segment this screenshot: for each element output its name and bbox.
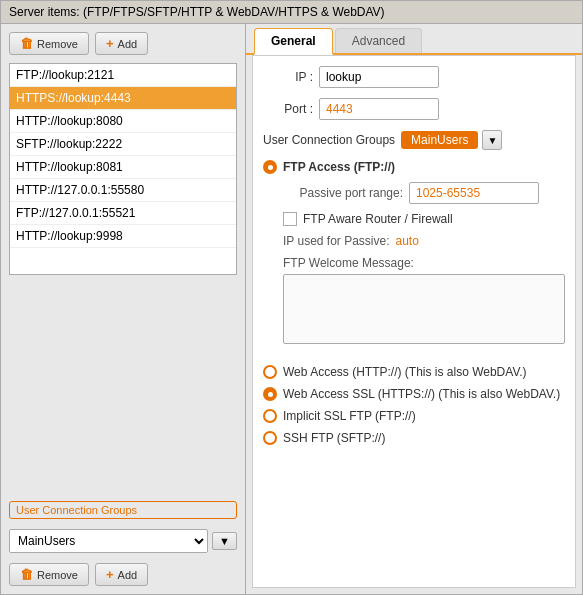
- dropdown-arrow-button[interactable]: ▼: [212, 532, 237, 550]
- web-access-ssl-radio[interactable]: [263, 387, 277, 401]
- ip-passive-value: auto: [396, 234, 419, 248]
- tab-content-general: IP : Port : User Connection Groups MainU…: [252, 55, 576, 588]
- ip-passive-label-text: IP used for Passive:: [283, 234, 390, 248]
- web-access-ssl-row: Web Access SSL (HTTPS://) (This is also …: [263, 387, 565, 401]
- port-row: Port :: [263, 98, 565, 120]
- tabs-bar: General Advanced: [246, 24, 582, 55]
- add-icon-top: +: [106, 36, 114, 51]
- ip-row: IP :: [263, 66, 565, 88]
- welcome-message-label: FTP Welcome Message:: [283, 256, 565, 270]
- tab-advanced[interactable]: Advanced: [335, 28, 422, 53]
- right-panel: General Advanced IP : Port :: [246, 24, 582, 594]
- ip-input[interactable]: [319, 66, 439, 88]
- add-button-top[interactable]: + Add: [95, 32, 148, 55]
- server-item[interactable]: HTTP://lookup:9998: [10, 225, 236, 248]
- server-item[interactable]: FTP://lookup:2121: [10, 64, 236, 87]
- passive-port-row: Passive port range:: [283, 182, 565, 204]
- ftp-aware-label: FTP Aware Router / Firewall: [303, 212, 453, 226]
- left-panel: 🗑 Remove + Add FTP://lookup:2121 HTTPS:/…: [1, 24, 246, 594]
- remove-icon-top: 🗑: [20, 36, 33, 51]
- user-groups-badge: User Connection Groups: [9, 501, 237, 519]
- port-input[interactable]: [319, 98, 439, 120]
- title-text: Server items: (FTP/FTPS/SFTP/HTTP & WebD…: [9, 5, 385, 19]
- remove-label-top: Remove: [37, 38, 78, 50]
- add-label-top: Add: [118, 38, 138, 50]
- passive-port-label: Passive port range:: [283, 186, 403, 200]
- server-item[interactable]: HTTP://lookup:8081: [10, 156, 236, 179]
- port-label: Port :: [263, 102, 313, 116]
- ucg-badge-value: MainUsers: [401, 131, 478, 149]
- remove-icon-bottom: 🗑: [20, 567, 33, 582]
- ftp-aware-row: FTP Aware Router / Firewall: [283, 212, 565, 226]
- web-access-label: Web Access (HTTP://) (This is also WebDA…: [283, 365, 527, 379]
- server-item-selected[interactable]: HTTPS://lookup:4443: [10, 87, 236, 110]
- ip-passive-row: IP used for Passive: auto: [283, 234, 565, 248]
- ssh-ftp-row: SSH FTP (SFTP://): [263, 431, 565, 445]
- add-button-bottom[interactable]: + Add: [95, 563, 148, 586]
- server-item[interactable]: SFTP://lookup:2222: [10, 133, 236, 156]
- web-access-ssl-label: Web Access SSL (HTTPS://) (This is also …: [283, 387, 560, 401]
- main-area: 🗑 Remove + Add FTP://lookup:2121 HTTPS:/…: [1, 24, 582, 594]
- server-list: FTP://lookup:2121 HTTPS://lookup:4443 HT…: [9, 63, 237, 275]
- server-item[interactable]: HTTP://127.0.0.1:55580: [10, 179, 236, 202]
- remove-label-bottom: Remove: [37, 569, 78, 581]
- ssh-ftp-label: SSH FTP (SFTP://): [283, 431, 385, 445]
- implicit-ssl-radio[interactable]: [263, 409, 277, 423]
- welcome-message-textarea[interactable]: [283, 274, 565, 344]
- ftp-access-content: Passive port range: FTP Aware Router / F…: [283, 182, 565, 357]
- remove-button-bottom[interactable]: 🗑 Remove: [9, 563, 89, 586]
- web-access-row: Web Access (HTTP://) (This is also WebDA…: [263, 365, 565, 379]
- user-groups-dropdown-row: MainUsers ▼: [9, 529, 237, 553]
- tab-general[interactable]: General: [254, 28, 333, 55]
- ip-label: IP :: [263, 70, 313, 84]
- app-container: Server items: (FTP/FTPS/SFTP/HTTP & WebD…: [0, 0, 583, 595]
- remove-button-top[interactable]: 🗑 Remove: [9, 32, 89, 55]
- user-groups-select[interactable]: MainUsers: [9, 529, 208, 553]
- add-icon-bottom: +: [106, 567, 114, 582]
- ucg-row: User Connection Groups MainUsers ▼: [263, 130, 565, 150]
- implicit-ssl-label: Implicit SSL FTP (FTP://): [283, 409, 416, 423]
- ftp-access-label: FTP Access (FTP://): [283, 160, 395, 174]
- ftp-access-radio[interactable]: [263, 160, 277, 174]
- ucg-label-text: User Connection Groups: [263, 133, 395, 147]
- ucg-arrow-button[interactable]: ▼: [482, 130, 502, 150]
- welcome-message-container: FTP Welcome Message:: [283, 256, 565, 357]
- implicit-ssl-row: Implicit SSL FTP (FTP://): [263, 409, 565, 423]
- ssh-ftp-radio[interactable]: [263, 431, 277, 445]
- ftp-aware-checkbox[interactable]: [283, 212, 297, 226]
- web-access-radio[interactable]: [263, 365, 277, 379]
- title-bar: Server items: (FTP/FTPS/SFTP/HTTP & WebD…: [1, 1, 582, 24]
- add-label-bottom: Add: [118, 569, 138, 581]
- server-item[interactable]: HTTP://lookup:8080: [10, 110, 236, 133]
- ftp-access-toggle-row: FTP Access (FTP://): [263, 160, 565, 174]
- top-buttons: 🗑 Remove + Add: [9, 32, 237, 55]
- server-item[interactable]: FTP://127.0.0.1:55521: [10, 202, 236, 225]
- passive-port-input[interactable]: [409, 182, 539, 204]
- bottom-buttons: 🗑 Remove + Add: [9, 563, 237, 586]
